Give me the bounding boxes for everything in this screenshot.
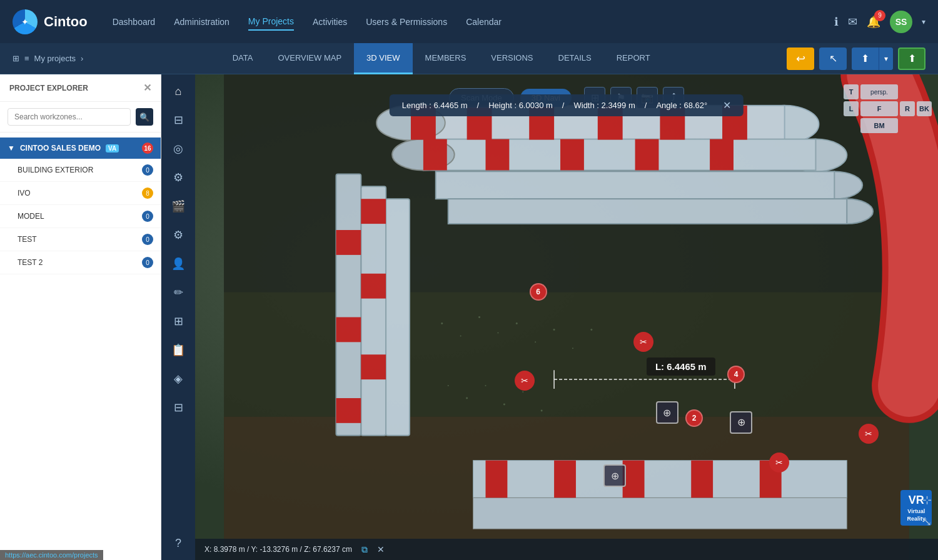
sidebar-item-test2[interactable]: TEST 2 0	[0, 251, 161, 274]
svg-point-46	[497, 332, 498, 333]
project-title[interactable]: ▼ CINTOO SALES DEMO VA 16	[0, 138, 161, 159]
breadcrumb-text: ≡	[24, 54, 29, 63]
tool-layers2[interactable]: ⊟	[164, 394, 192, 421]
tool-settings[interactable]: ⚙	[164, 164, 192, 191]
annotation-icon-2[interactable]: ✂	[633, 332, 653, 352]
cursor-3d-icon[interactable]: ⊹	[922, 493, 932, 507]
tab-overview-map[interactable]: OVERVIEW MAP	[265, 43, 354, 74]
persp-top-button[interactable]: T	[844, 84, 859, 99]
top-nav: Cintoo Dashboard Administration My Proje…	[0, 0, 938, 43]
tool-person[interactable]: 👤	[164, 250, 192, 278]
breadcrumb[interactable]: ⊞ ≡ My projects ›	[13, 54, 83, 63]
scan-station-1[interactable]: ⊕	[656, 401, 678, 424]
sidebar-close-button[interactable]: ✕	[143, 82, 151, 94]
mail-icon[interactable]: ✉	[848, 15, 857, 29]
annotation-dot-2[interactable]: 2	[685, 409, 703, 427]
tab-3d-view[interactable]: 3D VIEW	[354, 43, 412, 74]
tab-details[interactable]: DETAILS	[546, 43, 604, 74]
app-name: Cintoo	[44, 14, 88, 30]
export-button[interactable]: ⬆	[898, 48, 925, 70]
measurement-length: Length : 6.4465 m	[402, 101, 468, 110]
svg-rect-38	[691, 461, 713, 498]
svg-rect-28	[361, 274, 386, 299]
persp-bottom-button[interactable]: BM	[860, 118, 898, 133]
sidebar-item-test[interactable]: TEST 0	[0, 228, 161, 251]
tool-globe[interactable]: ◎	[164, 135, 192, 162]
svg-rect-35	[486, 461, 508, 498]
svg-point-50	[572, 348, 573, 349]
persp-back-button[interactable]: BK	[917, 101, 932, 116]
nav-users-permissions[interactable]: Users & Permissions	[366, 14, 447, 30]
svg-point-55	[503, 403, 505, 405]
info-icon[interactable]: ℹ	[834, 15, 839, 29]
sidebar-item-building-exterior[interactable]: BUILDING EXTERIOR 0	[0, 159, 161, 182]
svg-rect-10	[436, 171, 835, 199]
user-dropdown-arrow[interactable]: ▾	[922, 18, 925, 26]
bell-icon[interactable]: 🔔 9	[867, 15, 880, 29]
svg-point-53	[466, 398, 468, 399]
persp-right-button[interactable]: R	[900, 101, 915, 116]
annotation-icon-1[interactable]: ✂	[515, 371, 535, 391]
search-input[interactable]	[8, 108, 131, 126]
sidebar-item-badge: 0	[142, 211, 153, 222]
svg-point-45	[478, 316, 480, 318]
vr-icon: VR	[909, 494, 924, 507]
cursor-button[interactable]: ↖	[819, 48, 847, 70]
measurement-close-button[interactable]: ✕	[723, 99, 731, 111]
tool-layers[interactable]: ⊟	[164, 106, 192, 134]
nav-calendar[interactable]: Calendar	[466, 14, 502, 30]
tool-box[interactable]: ◈	[164, 365, 192, 392]
project-name: CINTOO SALES DEMO	[20, 144, 101, 152]
tool-doc[interactable]: 📋	[164, 336, 192, 364]
sidebar-item-ivo[interactable]: IVO 8	[0, 182, 161, 205]
annotation-dot-6[interactable]: 6	[530, 283, 547, 301]
upload-button[interactable]: ⬆	[852, 48, 879, 70]
sidebar-item-model[interactable]: MODEL 0	[0, 205, 161, 228]
tool-help[interactable]: ?	[164, 529, 192, 557]
tool-settings2[interactable]: ⚙	[164, 221, 192, 249]
nav-my-projects[interactable]: My Projects	[248, 13, 294, 31]
tab-data[interactable]: DATA	[220, 43, 266, 74]
3d-view-area[interactable]: Scan Mode 3D Navi ⊞ ⚑ 📷 ⤴ Length : 6.446…	[195, 74, 938, 560]
scan-station-3[interactable]: ⊕	[603, 464, 626, 487]
nav-dashboard[interactable]: Dashboard	[113, 14, 156, 30]
coordinates-close-button[interactable]: ✕	[377, 544, 385, 554]
svg-rect-12	[448, 199, 847, 224]
nav-administration[interactable]: Administration	[174, 14, 229, 30]
sidebar-item-label: MODEL	[18, 212, 142, 221]
svg-rect-31	[336, 318, 361, 342]
copy-coordinates-icon[interactable]: ⧉	[361, 544, 368, 555]
svg-rect-36	[554, 461, 576, 498]
scan-station-2[interactable]: ⊕	[730, 411, 752, 434]
upload-dropdown[interactable]: ▾	[879, 48, 893, 70]
persp-front-button[interactable]: F	[860, 101, 898, 116]
tool-home[interactable]: ⌂	[164, 78, 192, 105]
user-avatar[interactable]: SS	[890, 11, 912, 33]
svg-rect-29	[361, 354, 386, 379]
svg-rect-30	[336, 230, 361, 255]
svg-point-48	[535, 341, 536, 342]
persp-left-button[interactable]: L	[844, 101, 859, 116]
svg-rect-25	[635, 139, 659, 171]
tab-versions[interactable]: VERSIONS	[478, 43, 545, 74]
measurement-separator2: /	[562, 101, 565, 110]
nav-activities[interactable]: Activities	[313, 14, 347, 30]
logo-area[interactable]: Cintoo	[13, 9, 88, 34]
svg-point-57	[541, 409, 543, 411]
perspective-controls: T persp. L F R BK BM	[844, 84, 932, 133]
svg-point-51	[590, 329, 592, 331]
search-button[interactable]: 🔍	[136, 108, 153, 126]
svg-rect-32	[336, 398, 361, 423]
undo-button[interactable]: ↩	[787, 48, 814, 70]
sidebar: PROJECT EXPLORER ✕ 🔍 ▼ CINTOO SALES DEMO…	[0, 74, 161, 560]
tab-members[interactable]: MEMBERS	[413, 43, 479, 74]
svg-point-56	[522, 391, 523, 392]
main-area: PROJECT EXPLORER ✕ 🔍 ▼ CINTOO SALES DEMO…	[0, 74, 938, 560]
tool-pencil[interactable]: ✏	[164, 279, 192, 306]
svg-point-44	[460, 335, 461, 336]
logo-icon	[13, 9, 38, 34]
tab-report[interactable]: REPORT	[604, 43, 663, 74]
tool-crop[interactable]: ⊞	[164, 308, 192, 335]
expand-icon[interactable]: ⤡	[922, 515, 932, 529]
tool-video[interactable]: 🎬	[164, 192, 192, 220]
